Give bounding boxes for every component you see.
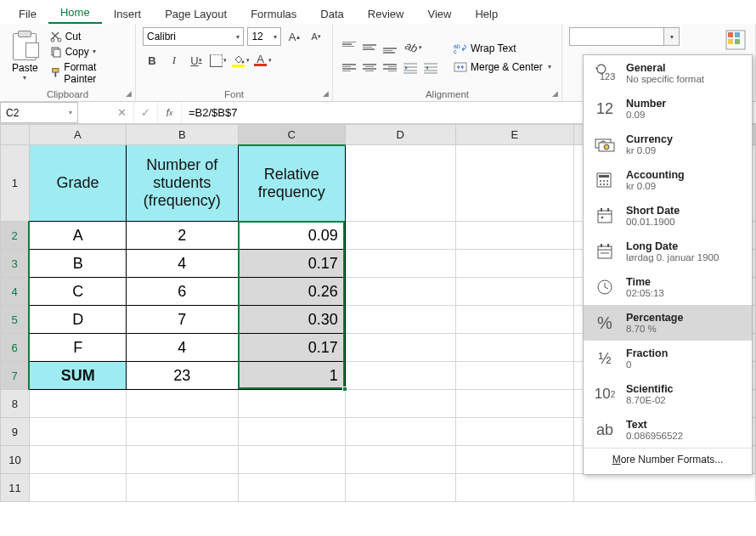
menu-view[interactable]: View — [415, 4, 463, 24]
cell-d2[interactable] — [345, 222, 455, 250]
bold-button[interactable]: B — [143, 51, 161, 70]
align-top-button[interactable] — [340, 38, 358, 57]
cell-c4[interactable]: 0.26 — [238, 278, 345, 306]
align-middle-button[interactable] — [360, 38, 379, 57]
col-header-a[interactable]: A — [29, 125, 126, 145]
cell-b3[interactable]: 4 — [126, 250, 238, 278]
row-header-3[interactable]: 3 — [1, 250, 30, 278]
align-bottom-button[interactable] — [381, 38, 399, 57]
format-text[interactable]: ab Text0.086956522 — [584, 412, 752, 448]
fill-color-button[interactable]: ▾ — [231, 51, 250, 70]
cell-a6[interactable]: F — [29, 334, 126, 362]
menu-home[interactable]: Home — [48, 3, 102, 24]
row-header-5[interactable]: 5 — [1, 306, 30, 334]
cell-a7[interactable]: SUM — [29, 362, 126, 390]
paste-button[interactable]: Paste ▾ — [7, 31, 43, 83]
menu-help[interactable]: Help — [463, 4, 510, 24]
number-format-combo[interactable]: ▾ — [569, 27, 680, 46]
increase-indent-button[interactable] — [421, 59, 440, 77]
cell-c3[interactable]: 0.17 — [238, 250, 345, 278]
col-header-c[interactable]: C — [238, 125, 345, 145]
cell-e1[interactable] — [455, 145, 574, 222]
align-right-button[interactable] — [381, 59, 399, 77]
select-all-cell[interactable] — [1, 125, 30, 145]
cell-b4[interactable]: 6 — [126, 278, 238, 306]
align-center-button[interactable] — [360, 59, 379, 77]
format-fraction[interactable]: ½ Fraction0 — [584, 341, 752, 376]
row-header-4[interactable]: 4 — [1, 278, 30, 306]
cell-b6[interactable]: 4 — [126, 334, 238, 362]
clipboard-dialog-launcher[interactable]: ◢ — [126, 89, 132, 98]
cut-button[interactable]: Cut — [47, 30, 128, 43]
cancel-formula-button[interactable]: ✕ — [110, 102, 134, 123]
font-dialog-launcher[interactable]: ◢ — [323, 89, 329, 98]
more-number-formats[interactable]: More Number Formats... — [584, 448, 752, 471]
cell-b5[interactable]: 7 — [126, 306, 238, 334]
menu-data[interactable]: Data — [308, 4, 355, 24]
format-long-date[interactable]: Long Datelørdag 0. januar 1900 — [584, 234, 752, 269]
format-time[interactable]: Time02:05:13 — [584, 269, 752, 305]
cell-e2[interactable] — [455, 222, 574, 250]
cell-a3[interactable]: B — [29, 250, 126, 278]
cell-c7[interactable]: 1 — [238, 362, 345, 390]
insert-function-button[interactable]: fx — [158, 102, 182, 123]
col-header-b[interactable]: B — [126, 125, 238, 145]
format-percentage[interactable]: % Percentage8.70 % — [584, 305, 752, 341]
col-header-d[interactable]: D — [345, 125, 455, 145]
row-header-6[interactable]: 6 — [1, 334, 30, 362]
decrease-indent-button[interactable] — [401, 59, 420, 77]
cell-a4[interactable]: C — [29, 278, 126, 306]
cell-a1[interactable]: Grade — [29, 145, 126, 222]
col-header-e[interactable]: E — [455, 125, 574, 145]
cell-b2[interactable]: 2 — [126, 222, 238, 250]
orientation-button[interactable]: ab▾ — [401, 38, 426, 57]
underline-button[interactable]: U ▾ — [187, 51, 206, 70]
name-box[interactable]: C2 ▾ — [0, 102, 78, 123]
row-header-9[interactable]: 9 — [1, 418, 30, 446]
format-scientific[interactable]: 102 Scientific8.70E-02 — [584, 376, 752, 412]
row-header-10[interactable]: 10 — [1, 446, 30, 474]
chevron-down-icon[interactable]: ▾ — [663, 28, 679, 45]
menu-file[interactable]: File — [7, 4, 48, 24]
row-header-1[interactable]: 1 — [1, 145, 30, 222]
format-general[interactable]: 123 GeneralNo specific format — [584, 55, 752, 91]
menu-page-layout[interactable]: Page Layout — [153, 4, 239, 24]
menu-insert[interactable]: Insert — [102, 4, 154, 24]
format-painter-button[interactable]: Format Painter — [47, 60, 128, 86]
row-header-11[interactable]: 11 — [1, 474, 30, 502]
row-header-2[interactable]: 2 — [1, 222, 30, 250]
cell-c5[interactable]: 0.30 — [238, 306, 345, 334]
font-color-button[interactable]: A ▾ — [253, 51, 272, 70]
alignment-dialog-launcher[interactable]: ◢ — [552, 89, 558, 98]
menu-review[interactable]: Review — [356, 4, 416, 24]
enter-formula-button[interactable]: ✓ — [134, 102, 158, 123]
cell-c2[interactable]: 0.09 — [238, 222, 345, 250]
cell-b7[interactable]: 23 — [126, 362, 238, 390]
align-left-button[interactable] — [340, 59, 358, 77]
font-name-combo[interactable]: Calibri ▾ — [143, 27, 244, 46]
copy-button[interactable]: Copy ▾ — [47, 45, 128, 59]
format-currency[interactable]: Currencykr 0.09 — [584, 127, 752, 162]
menu-formulas[interactable]: Formulas — [239, 4, 308, 24]
text-icon: ab — [592, 417, 618, 443]
font-size-combo[interactable]: 12 ▾ — [247, 27, 281, 46]
cell-a5[interactable]: D — [29, 306, 126, 334]
conditional-formatting-icon[interactable] — [725, 29, 747, 51]
increase-font-button[interactable]: A▴ — [285, 27, 303, 46]
italic-button[interactable]: I — [165, 51, 183, 70]
wrap-text-button[interactable]: abc Wrap Text — [450, 41, 555, 56]
border-button[interactable]: ▾ — [209, 51, 228, 70]
merge-center-button[interactable]: Merge & Center ▾ — [450, 59, 555, 75]
row-header-8[interactable]: 8 — [1, 390, 30, 418]
format-number[interactable]: 12 Number0.09 — [584, 91, 752, 127]
fill-handle[interactable] — [342, 386, 347, 392]
cell-c6[interactable]: 0.17 — [238, 334, 345, 362]
cell-b1[interactable]: Number of students (frequency) — [126, 145, 238, 222]
format-accounting[interactable]: Accounting kr 0.09 — [584, 162, 752, 198]
format-short-date[interactable]: Short Date00.01.1900 — [584, 198, 752, 234]
row-header-7[interactable]: 7 — [1, 362, 30, 390]
cell-c1[interactable]: Relative frequency — [238, 145, 345, 222]
decrease-font-button[interactable]: A▾ — [307, 27, 325, 46]
cell-d1[interactable] — [345, 145, 455, 222]
cell-a2[interactable]: A — [29, 222, 126, 250]
